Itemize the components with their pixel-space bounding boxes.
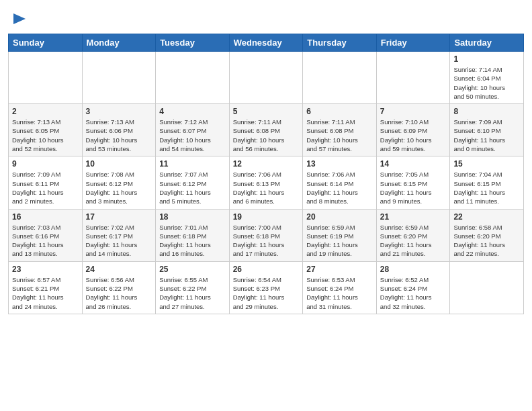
header-row: SundayMondayTuesdayWednesdayThursdayFrid… bbox=[9, 34, 524, 52]
day-info: Sunrise: 6:59 AM Sunset: 6:19 PM Dayligh… bbox=[306, 223, 373, 259]
day-cell bbox=[450, 261, 524, 314]
week-row-3: 16Sunrise: 7:03 AM Sunset: 6:16 PM Dayli… bbox=[9, 209, 524, 261]
calendar-body: 1Sunrise: 7:14 AM Sunset: 6:04 PM Daylig… bbox=[9, 52, 524, 314]
day-cell: 14Sunrise: 7:05 AM Sunset: 6:15 PM Dayli… bbox=[376, 156, 450, 209]
day-cell: 20Sunrise: 6:59 AM Sunset: 6:19 PM Dayli… bbox=[303, 209, 377, 261]
week-row-4: 23Sunrise: 6:57 AM Sunset: 6:21 PM Dayli… bbox=[9, 261, 524, 314]
day-number: 22 bbox=[453, 212, 520, 222]
day-cell bbox=[82, 52, 156, 104]
logo-icon bbox=[9, 9, 28, 28]
col-header-monday: Monday bbox=[82, 34, 156, 52]
day-number: 28 bbox=[380, 265, 447, 274]
col-header-friday: Friday bbox=[376, 34, 450, 52]
week-row-2: 9Sunrise: 7:09 AM Sunset: 6:11 PM Daylig… bbox=[9, 156, 524, 209]
day-number: 16 bbox=[12, 212, 79, 222]
day-info: Sunrise: 7:07 AM Sunset: 6:12 PM Dayligh… bbox=[159, 170, 226, 205]
week-row-1: 2Sunrise: 7:13 AM Sunset: 6:05 PM Daylig… bbox=[9, 104, 524, 156]
day-cell: 27Sunrise: 6:53 AM Sunset: 6:24 PM Dayli… bbox=[303, 261, 377, 314]
day-number: 5 bbox=[233, 107, 300, 116]
col-header-sunday: Sunday bbox=[9, 34, 83, 52]
day-info: Sunrise: 7:14 AM Sunset: 6:04 PM Dayligh… bbox=[453, 65, 520, 101]
calendar-table: SundayMondayTuesdayWednesdayThursdayFrid… bbox=[8, 34, 524, 314]
day-cell bbox=[156, 52, 230, 104]
day-info: Sunrise: 7:05 AM Sunset: 6:15 PM Dayligh… bbox=[380, 170, 447, 205]
col-header-wednesday: Wednesday bbox=[229, 34, 303, 52]
day-info: Sunrise: 7:01 AM Sunset: 6:18 PM Dayligh… bbox=[159, 223, 226, 259]
day-cell: 4Sunrise: 7:12 AM Sunset: 6:07 PM Daylig… bbox=[156, 104, 230, 156]
day-cell: 6Sunrise: 7:11 AM Sunset: 6:08 PM Daylig… bbox=[303, 104, 377, 156]
day-cell: 16Sunrise: 7:03 AM Sunset: 6:16 PM Dayli… bbox=[9, 209, 83, 261]
day-number: 1 bbox=[453, 54, 520, 64]
day-cell: 23Sunrise: 6:57 AM Sunset: 6:21 PM Dayli… bbox=[9, 261, 83, 314]
col-header-saturday: Saturday bbox=[450, 34, 524, 52]
day-cell: 2Sunrise: 7:13 AM Sunset: 6:05 PM Daylig… bbox=[9, 104, 83, 156]
logo bbox=[8, 9, 28, 28]
day-info: Sunrise: 7:08 AM Sunset: 6:12 PM Dayligh… bbox=[86, 170, 152, 205]
day-number: 26 bbox=[233, 265, 300, 274]
day-cell: 25Sunrise: 6:55 AM Sunset: 6:22 PM Dayli… bbox=[156, 261, 230, 314]
svg-marker-0 bbox=[13, 13, 26, 24]
day-cell: 7Sunrise: 7:10 AM Sunset: 6:09 PM Daylig… bbox=[376, 104, 450, 156]
day-number: 17 bbox=[86, 212, 152, 222]
day-cell: 13Sunrise: 7:06 AM Sunset: 6:14 PM Dayli… bbox=[303, 156, 377, 209]
day-info: Sunrise: 7:00 AM Sunset: 6:18 PM Dayligh… bbox=[233, 223, 300, 259]
day-number: 23 bbox=[12, 265, 79, 274]
header bbox=[8, 7, 524, 28]
day-cell: 22Sunrise: 6:58 AM Sunset: 6:20 PM Dayli… bbox=[450, 209, 524, 261]
day-info: Sunrise: 7:06 AM Sunset: 6:13 PM Dayligh… bbox=[233, 170, 300, 205]
day-number: 25 bbox=[159, 265, 226, 274]
day-info: Sunrise: 7:13 AM Sunset: 6:05 PM Dayligh… bbox=[12, 118, 79, 153]
day-number: 18 bbox=[159, 212, 226, 222]
day-info: Sunrise: 7:11 AM Sunset: 6:08 PM Dayligh… bbox=[306, 118, 373, 153]
day-cell: 11Sunrise: 7:07 AM Sunset: 6:12 PM Dayli… bbox=[156, 156, 230, 209]
day-info: Sunrise: 7:13 AM Sunset: 6:06 PM Dayligh… bbox=[86, 118, 152, 153]
day-cell: 1Sunrise: 7:14 AM Sunset: 6:04 PM Daylig… bbox=[450, 52, 524, 104]
day-number: 20 bbox=[306, 212, 373, 222]
day-number: 8 bbox=[453, 107, 520, 116]
day-cell: 5Sunrise: 7:11 AM Sunset: 6:08 PM Daylig… bbox=[229, 104, 303, 156]
col-header-thursday: Thursday bbox=[303, 34, 377, 52]
day-number: 7 bbox=[380, 107, 447, 116]
page: SundayMondayTuesdayWednesdayThursdayFrid… bbox=[0, 0, 532, 321]
day-cell bbox=[376, 52, 450, 104]
day-number: 19 bbox=[233, 212, 300, 222]
day-info: Sunrise: 6:57 AM Sunset: 6:21 PM Dayligh… bbox=[12, 275, 79, 311]
day-info: Sunrise: 6:52 AM Sunset: 6:24 PM Dayligh… bbox=[380, 275, 447, 311]
day-cell: 28Sunrise: 6:52 AM Sunset: 6:24 PM Dayli… bbox=[376, 261, 450, 314]
day-number: 3 bbox=[86, 107, 152, 116]
day-number: 15 bbox=[453, 159, 520, 169]
day-info: Sunrise: 7:02 AM Sunset: 6:17 PM Dayligh… bbox=[86, 223, 152, 259]
day-cell: 18Sunrise: 7:01 AM Sunset: 6:18 PM Dayli… bbox=[156, 209, 230, 261]
day-cell: 15Sunrise: 7:04 AM Sunset: 6:15 PM Dayli… bbox=[450, 156, 524, 209]
day-number: 11 bbox=[159, 159, 226, 169]
day-cell: 3Sunrise: 7:13 AM Sunset: 6:06 PM Daylig… bbox=[82, 104, 156, 156]
day-cell: 26Sunrise: 6:54 AM Sunset: 6:23 PM Dayli… bbox=[229, 261, 303, 314]
day-number: 27 bbox=[306, 265, 373, 274]
day-cell: 21Sunrise: 6:59 AM Sunset: 6:20 PM Dayli… bbox=[376, 209, 450, 261]
day-cell: 24Sunrise: 6:56 AM Sunset: 6:22 PM Dayli… bbox=[82, 261, 156, 314]
day-cell: 19Sunrise: 7:00 AM Sunset: 6:18 PM Dayli… bbox=[229, 209, 303, 261]
week-row-0: 1Sunrise: 7:14 AM Sunset: 6:04 PM Daylig… bbox=[9, 52, 524, 104]
day-number: 14 bbox=[380, 159, 447, 169]
day-info: Sunrise: 7:09 AM Sunset: 6:11 PM Dayligh… bbox=[12, 170, 79, 205]
day-cell bbox=[9, 52, 83, 104]
day-info: Sunrise: 6:54 AM Sunset: 6:23 PM Dayligh… bbox=[233, 275, 300, 311]
day-info: Sunrise: 6:53 AM Sunset: 6:24 PM Dayligh… bbox=[306, 275, 373, 311]
day-cell: 17Sunrise: 7:02 AM Sunset: 6:17 PM Dayli… bbox=[82, 209, 156, 261]
day-info: Sunrise: 7:12 AM Sunset: 6:07 PM Dayligh… bbox=[159, 118, 226, 153]
day-number: 21 bbox=[380, 212, 447, 222]
day-info: Sunrise: 7:03 AM Sunset: 6:16 PM Dayligh… bbox=[12, 223, 79, 259]
col-header-tuesday: Tuesday bbox=[156, 34, 230, 52]
day-info: Sunrise: 6:55 AM Sunset: 6:22 PM Dayligh… bbox=[159, 275, 226, 311]
day-cell bbox=[229, 52, 303, 104]
day-number: 10 bbox=[86, 159, 152, 169]
day-number: 9 bbox=[12, 159, 79, 169]
day-info: Sunrise: 7:04 AM Sunset: 6:15 PM Dayligh… bbox=[453, 170, 520, 205]
day-cell: 9Sunrise: 7:09 AM Sunset: 6:11 PM Daylig… bbox=[9, 156, 83, 209]
day-cell: 12Sunrise: 7:06 AM Sunset: 6:13 PM Dayli… bbox=[229, 156, 303, 209]
day-info: Sunrise: 7:10 AM Sunset: 6:09 PM Dayligh… bbox=[380, 118, 447, 153]
day-number: 12 bbox=[233, 159, 300, 169]
day-cell: 8Sunrise: 7:09 AM Sunset: 6:10 PM Daylig… bbox=[450, 104, 524, 156]
day-info: Sunrise: 7:09 AM Sunset: 6:10 PM Dayligh… bbox=[453, 118, 520, 153]
day-info: Sunrise: 6:59 AM Sunset: 6:20 PM Dayligh… bbox=[380, 223, 447, 259]
